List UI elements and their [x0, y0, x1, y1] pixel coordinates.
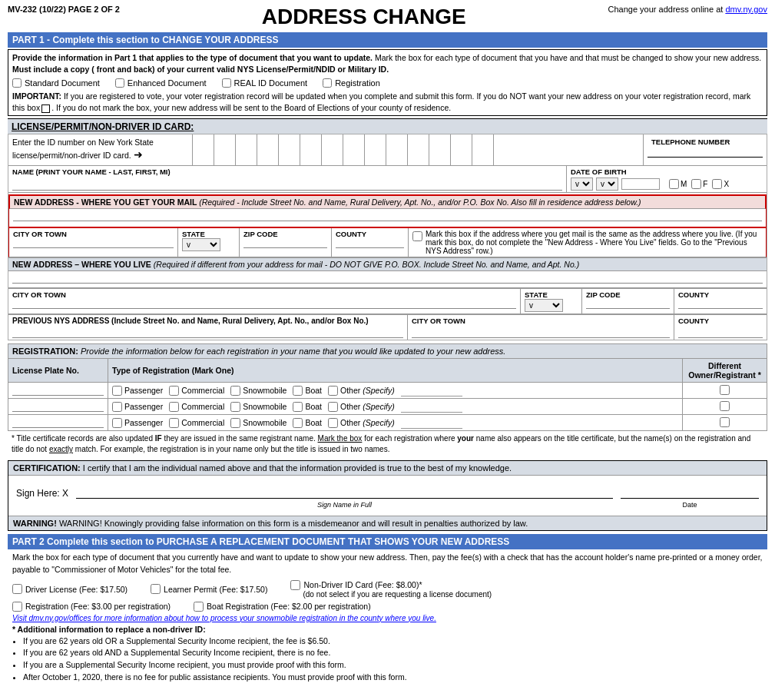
id-box-7[interactable] [322, 134, 343, 165]
sex-f-checkbox[interactable] [691, 179, 701, 189]
prev-county-input[interactable] [678, 328, 763, 338]
passenger-label-3: Passenger [124, 418, 163, 427]
boat-reg-item: Boat Registration (Fee: $2.00 per regist… [194, 602, 371, 612]
mail-city-input[interactable] [13, 238, 174, 248]
plate-input-1[interactable] [12, 386, 104, 396]
snowmobile-cb-1[interactable] [230, 386, 240, 396]
live-state-select[interactable]: v NY [525, 299, 563, 312]
id-box-2[interactable] [214, 134, 236, 165]
same-addr-checkbox[interactable] [412, 231, 422, 241]
reg-types-3: Passenger Commercial Snowmobile Boat Oth… [112, 416, 678, 429]
other-cb-2[interactable] [328, 402, 338, 412]
standard-doc-checkbox[interactable] [12, 78, 22, 88]
other-specify-1[interactable] [401, 384, 462, 396]
passenger-cb-1[interactable] [112, 386, 122, 396]
id-box-11[interactable] [408, 134, 429, 165]
live-city-input[interactable] [12, 299, 516, 309]
plate-input-cell-3 [8, 415, 108, 431]
id-box-6[interactable] [300, 134, 322, 165]
prev-addr-input[interactable] [12, 328, 403, 338]
diff-owner-cb-3[interactable] [720, 417, 730, 427]
non-driver-cb[interactable] [290, 580, 300, 590]
doc-type-row: Standard Document Enhanced Document REAL… [8, 77, 767, 89]
commercial-label-3: Commercial [181, 418, 224, 427]
snowmobile-cb-3[interactable] [230, 418, 240, 428]
other-specify-2[interactable] [401, 400, 462, 413]
commercial-2: Commercial [169, 402, 224, 412]
passenger-cb-3[interactable] [112, 418, 122, 428]
reg-fee-label: Registration (Fee: $3.00 per registratio… [25, 602, 171, 611]
live-state-label: STATE [525, 290, 578, 299]
id-box-3[interactable] [236, 134, 257, 165]
live-addr-input[interactable] [12, 274, 763, 284]
id-box-15[interactable] [494, 134, 515, 165]
live-city-row: CITY OR TOWN STATE v NY ZIP CODE COUNTY [8, 288, 767, 314]
mail-addr-input[interactable] [13, 211, 762, 221]
boat-cb-1[interactable] [293, 386, 303, 396]
prev-city-input[interactable] [412, 328, 670, 338]
enhanced-doc-checkbox[interactable] [115, 78, 124, 88]
commercial-label-1: Commercial [181, 386, 224, 395]
cert-header-text: I certify that I am the individual named… [83, 463, 512, 473]
id-box-4[interactable] [257, 134, 279, 165]
other-specify-3[interactable] [401, 416, 462, 429]
dob-year-input[interactable] [621, 178, 660, 190]
mail-county-label: COUNTY [336, 230, 404, 238]
sex-x-checkbox[interactable] [712, 179, 722, 189]
boat-reg-cb[interactable] [194, 602, 204, 612]
license-section-label: LICENSE/PERMIT/NON-DRIVER ID CARD: [8, 118, 767, 134]
id-box-13[interactable] [451, 134, 472, 165]
passenger-cb-2[interactable] [112, 402, 122, 412]
passenger-label-2: Passenger [124, 402, 163, 411]
id-box-1[interactable] [193, 134, 214, 165]
reg-fee-cb[interactable] [12, 602, 22, 612]
mail-state-select[interactable]: v NY [182, 238, 220, 251]
col-type: Type of Registration (Mark One) [108, 359, 683, 383]
plate-input-3[interactable] [12, 418, 104, 428]
commercial-cb-1[interactable] [169, 386, 179, 396]
id-box-14[interactable] [472, 134, 494, 165]
prev-city-cell: CITY OR TOWN [408, 315, 674, 340]
other-cb-1[interactable] [328, 386, 338, 396]
id-box-5[interactable] [279, 134, 300, 165]
id-box-10[interactable] [386, 134, 408, 165]
live-state-cell: STATE v NY [521, 289, 582, 314]
snowmobile-cb-2[interactable] [230, 402, 240, 412]
registration-checkbox[interactable] [323, 78, 332, 88]
prev-city-label: CITY OR TOWN [412, 317, 670, 325]
diff-owner-cb-2[interactable] [720, 401, 730, 411]
snowmobile-1: Snowmobile [230, 386, 286, 396]
other-cb-3[interactable] [328, 418, 338, 428]
dob-month-select[interactable]: v [571, 177, 593, 191]
id-box-12[interactable] [429, 134, 451, 165]
boat-label-1: Boat [305, 386, 322, 395]
id-box-8[interactable] [343, 134, 365, 165]
telephone-input[interactable] [647, 148, 763, 158]
id-label-line1: Enter the ID number on New York State [12, 137, 188, 148]
id-box-9[interactable] [365, 134, 386, 165]
passenger-2: Passenger [112, 402, 163, 412]
live-county-cell: COUNTY [674, 289, 767, 314]
learner-permit-cb[interactable] [151, 584, 161, 594]
live-zip-input[interactable] [586, 299, 670, 309]
dob-day-select[interactable]: v [596, 177, 618, 191]
plate-input-2[interactable] [12, 402, 104, 412]
mail-county-input[interactable] [336, 238, 404, 248]
enhanced-doc-item: Enhanced Document [115, 78, 207, 88]
doc-types-row: Driver License (Fee: $17.50) Learner Per… [8, 579, 767, 600]
real-id-checkbox[interactable] [222, 78, 231, 88]
commercial-cb-2[interactable] [169, 402, 179, 412]
name-input[interactable] [12, 181, 562, 191]
driver-license-cb[interactable] [12, 584, 22, 594]
boat-cb-2[interactable] [293, 402, 303, 412]
diff-owner-cb-1[interactable] [720, 385, 730, 395]
boat-cb-3[interactable] [293, 418, 303, 428]
mail-zip-input[interactable] [243, 238, 327, 248]
live-county-input[interactable] [678, 299, 763, 309]
voter-checkbox[interactable] [41, 105, 50, 113]
non-driver-label: Non-Driver ID Card (Fee: $8.00)* [303, 580, 422, 589]
dmv-link[interactable]: dmv.ny.gov [725, 5, 767, 14]
sex-m-checkbox[interactable] [669, 179, 679, 189]
dmv-offices-link[interactable]: Visit dmv.ny.gov/offices for more inform… [8, 613, 767, 623]
commercial-cb-3[interactable] [169, 418, 179, 428]
